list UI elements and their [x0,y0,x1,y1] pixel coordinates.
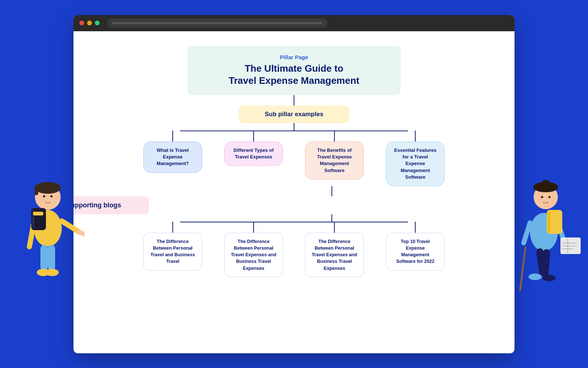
svg-rect-3 [35,188,38,195]
character-right [503,111,584,368]
svg-point-16 [46,269,59,276]
character-left [11,111,85,368]
blog-vdrop2 [253,222,254,233]
branch-hline-blogs [180,222,408,222]
svg-line-37 [520,247,526,291]
main-content: Pillar Page The Ultimate Guide toTravel … [74,31,514,353]
svg-rect-32 [548,212,550,232]
node-col-4: Essential Features for a Travel Expense … [379,131,452,186]
node-col-3: The Benefits of Travel Expense Managemen… [298,131,371,179]
connector-v2 [294,123,294,131]
blog-card-4[interactable]: Top 10 Travel Expense Management Softwar… [386,233,445,271]
sub-card-4[interactable]: Essential Features for a Travel Expense … [386,142,445,186]
blog-vdrop4 [415,222,416,233]
svg-line-7 [79,232,85,236]
sub-pillar-label: Sub pillar examples [254,111,334,118]
svg-point-22 [548,196,551,198]
svg-point-36 [542,275,556,281]
blog-card-3[interactable]: The Difference Between Personal Travel E… [305,233,364,277]
connector-to-blogs [331,214,332,222]
svg-point-4 [43,195,45,197]
svg-point-21 [541,196,543,198]
connector-to-supporting [331,186,332,196]
sub-pillar-cards-row: What is Travel Expense Management? Diffe… [136,131,452,186]
svg-line-6 [62,221,79,232]
svg-point-5 [50,195,53,197]
pillar-label: Pillar Page [206,54,382,60]
svg-rect-14 [48,245,55,271]
pillar-title: The Ultimate Guide toTravel Expense Mana… [206,62,382,87]
branch-hline-top [180,131,408,131]
svg-rect-11 [33,212,43,215]
svg-point-20 [541,180,550,189]
connector-v1 [294,95,294,106]
sub-card-2[interactable]: Different Types of Travel Expenses [224,142,283,166]
maximize-dot[interactable] [95,21,100,25]
browser-window: Pillar Page The Ultimate Guide toTravel … [74,15,514,353]
browser-bar [74,15,514,31]
blog-node-2: The Difference Between Personal Travel E… [217,222,290,277]
pillar-box: Pillar Page The Ultimate Guide toTravel … [187,46,401,96]
blog-card-1[interactable]: The Difference Between Personal Travel a… [143,233,202,271]
svg-line-30 [524,223,530,243]
supporting-box: Supporting blogs [74,196,149,214]
vdrop2 [253,131,254,142]
blog-vdrop3 [334,222,335,233]
minimize-dot[interactable] [87,21,92,25]
address-bar[interactable] [107,18,327,28]
blog-node-4: Top 10 Travel Expense Management Softwar… [379,222,452,271]
svg-rect-13 [40,245,48,271]
blog-card-2[interactable]: The Difference Between Personal Travel E… [224,233,283,277]
node-col-1: What is Travel Expense Management? [136,131,209,173]
close-dot[interactable] [79,21,84,25]
sub-card-1[interactable]: What is Travel Expense Management? [143,142,202,173]
node-col-2: Different Types of Travel Expenses [217,131,290,166]
vdrop1 [172,131,173,142]
blog-node-1: The Difference Between Personal Travel a… [136,222,209,271]
vdrop3 [334,131,335,142]
sub-pillar-box: Sub pillar examples [239,106,349,123]
vdrop4 [415,131,416,142]
blog-node-3: The Difference Between Personal Travel E… [298,222,371,277]
svg-point-2 [35,182,61,194]
sub-card-3[interactable]: The Benefits of Travel Expense Managemen… [305,142,364,179]
blog-vdrop1 [172,222,173,233]
svg-point-35 [528,274,542,280]
blog-cards-row: The Difference Between Personal Travel a… [136,222,452,277]
